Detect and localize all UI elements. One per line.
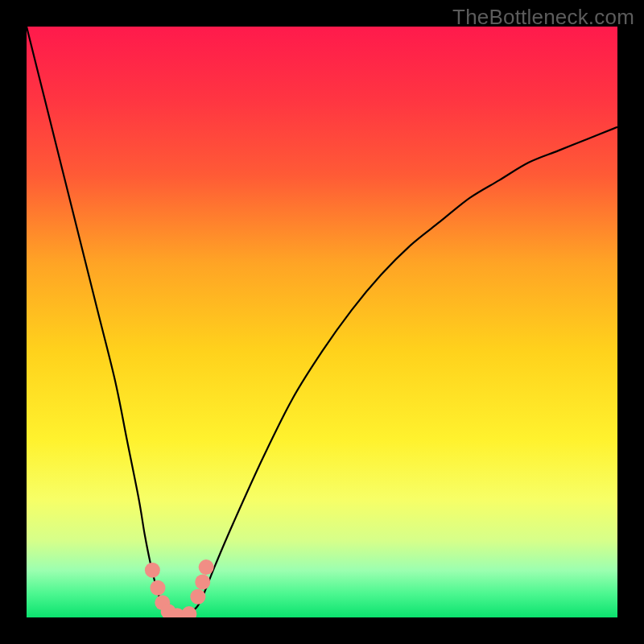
curve-marker (199, 559, 214, 575)
curve-marker (145, 563, 160, 578)
chart-background-gradient (27, 27, 617, 617)
curve-marker (195, 574, 210, 589)
chart-frame: TheBottleneck.com (0, 0, 644, 644)
bottleneck-chart (27, 27, 617, 617)
curve-marker (190, 589, 205, 605)
watermark-text: TheBottleneck.com (452, 5, 634, 30)
curve-marker (150, 580, 165, 596)
